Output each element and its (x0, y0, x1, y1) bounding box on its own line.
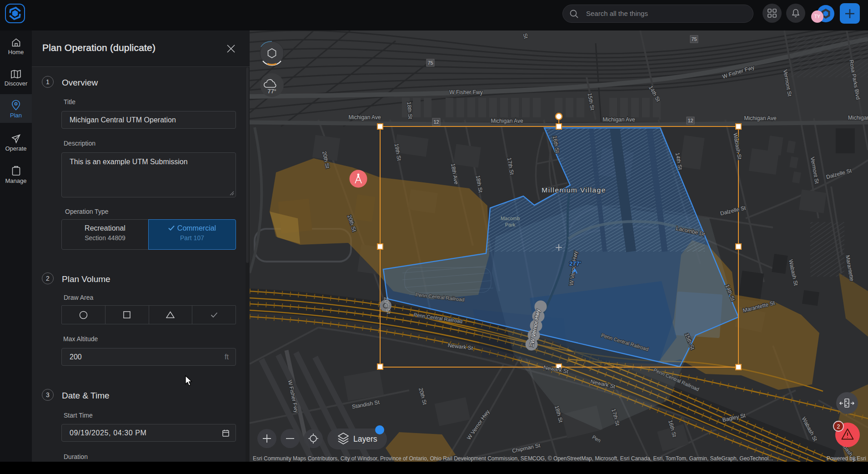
svg-text:Michigan Ave: Michigan Ave (491, 118, 523, 124)
svg-text:Millenium Village: Millenium Village (542, 186, 606, 194)
svg-text:Esri Community Maps Contributo: Esri Community Maps Contributors, City o… (253, 455, 773, 462)
svg-text:Layers: Layers (353, 434, 377, 444)
svg-text:77°: 77° (267, 88, 276, 95)
svg-text:75: 75 (691, 36, 697, 42)
svg-text:Michigan Ave: Michigan Ave (602, 116, 635, 123)
svg-text:277': 277' (569, 260, 581, 267)
svg-text:2: 2 (837, 424, 840, 430)
svg-text:75: 75 (427, 60, 433, 66)
svg-text:Park: Park (505, 222, 516, 227)
svg-text:W Fisher Fwy: W Fisher Fwy (449, 89, 482, 96)
svg-text:Powered by Esri: Powered by Esri (827, 455, 866, 462)
svg-text:Michigan Ave: Michigan Ave (744, 115, 776, 121)
svg-text:12: 12 (433, 119, 439, 125)
svg-text:Michigan: Michigan (848, 115, 868, 121)
svg-text:Michigan Ave: Michigan Ave (348, 114, 381, 121)
svg-text:12: 12 (687, 118, 693, 123)
svg-text:Macomb: Macomb (501, 216, 520, 221)
